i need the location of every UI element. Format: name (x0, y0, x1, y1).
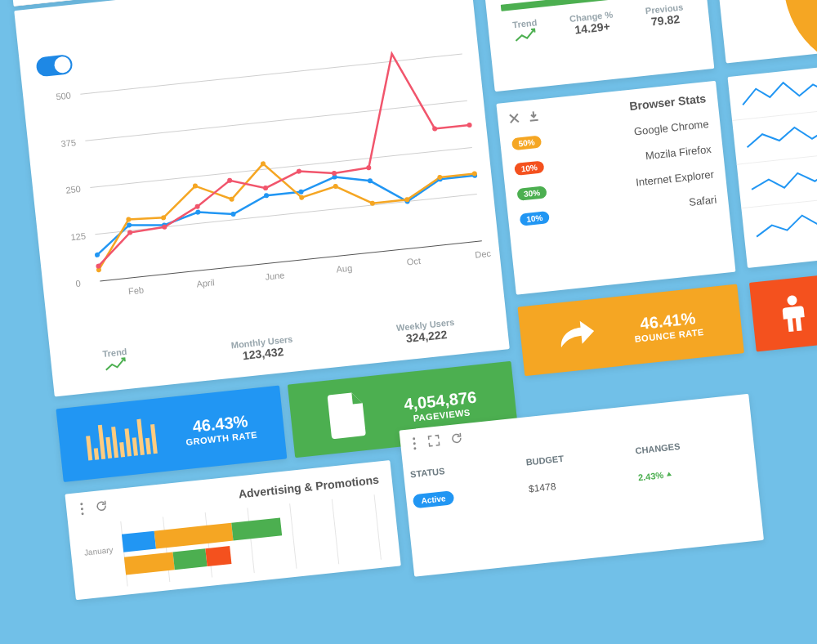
xtick: Oct (406, 256, 421, 267)
user-stats-chart: 500 375 250 125 0 Feb (56, 54, 482, 284)
more-vertical-icon (411, 436, 417, 450)
avatar[interactable] (18, 0, 54, 2)
close-icon (509, 113, 520, 123)
ytick: 500 (56, 90, 72, 101)
ytick: 250 (65, 184, 82, 195)
xtick: June (265, 270, 285, 281)
refresh-button[interactable] (450, 432, 463, 449)
svg-point-11 (195, 209, 201, 215)
close-button[interactable] (509, 111, 520, 127)
svg-point-40 (366, 165, 372, 171)
series-a-line (79, 47, 480, 266)
changes-value: 2.43% (637, 470, 663, 482)
caret-up-icon (666, 471, 673, 478)
trend-up-icon (513, 27, 539, 44)
xtick: Feb (127, 284, 144, 296)
trend-up-icon (103, 356, 129, 373)
card-menu-button[interactable] (79, 502, 86, 519)
sparkline-icon (745, 118, 817, 154)
expand-icon (427, 435, 440, 447)
svg-point-48 (787, 294, 797, 305)
browser-pct-badge: 10% (520, 211, 550, 226)
ytick: 375 (60, 137, 77, 149)
download-button[interactable] (528, 110, 539, 125)
file-icon (327, 391, 368, 440)
browser-pct-badge: 10% (514, 160, 544, 176)
redo-arrow-icon (557, 319, 598, 352)
svg-point-50 (81, 508, 83, 510)
ytick: 0 (75, 278, 81, 288)
adv-month-label: January (83, 545, 114, 557)
browser-name: Safari (689, 194, 717, 208)
browser-stats-title: Browser Stats (629, 92, 707, 113)
card-menu-button[interactable] (411, 436, 417, 453)
bounce-rate-tile[interactable]: 46.41% BOUNCE RATE (518, 284, 744, 376)
svg-line-7 (100, 241, 481, 281)
browser-pct-badge: 30% (516, 186, 547, 201)
advertising-card: Advertising & Promotions January (65, 460, 400, 600)
refresh-button[interactable] (95, 500, 108, 517)
svg-point-51 (81, 512, 83, 515)
user-statistics-card: User Statistics 500 375 250 125 0 (14, 0, 510, 396)
xtick: Aug (336, 263, 353, 275)
svg-line-4 (85, 101, 467, 141)
browser-pct-badge: 50% (511, 136, 542, 151)
person-tile[interactable] (749, 274, 817, 351)
browser-name: Google Chrome (633, 118, 709, 138)
svg-point-52 (413, 437, 415, 440)
expand-button[interactable] (427, 435, 440, 451)
sparklines-card (728, 65, 817, 268)
xtick: April (196, 277, 215, 288)
svg-point-53 (413, 442, 416, 445)
person-icon (781, 294, 806, 332)
svg-line-5 (90, 147, 471, 187)
series-b-line (90, 142, 480, 271)
xtick: Dec (475, 248, 492, 260)
status-badge: Active (413, 490, 455, 508)
mini-bar-chart-icon (85, 418, 160, 461)
sparkline-icon (750, 162, 817, 199)
browser-name: Mozila Firefox (645, 143, 712, 162)
growth-rate-tile[interactable]: 46.43% GROWTH RATE (56, 386, 287, 482)
browser-name: Internet Explorer (635, 168, 714, 189)
refresh-icon (450, 432, 462, 445)
visitors-card: Vis (707, 0, 817, 63)
sparkline-icon (754, 206, 817, 243)
svg-point-54 (413, 447, 416, 449)
user-stats-toggle[interactable] (35, 54, 73, 77)
ytick: 125 (70, 230, 87, 242)
csat-previous-value: 79.82 (646, 11, 685, 29)
sparkline-icon (740, 74, 817, 111)
svg-line-3 (80, 54, 462, 94)
series-c-line (92, 163, 479, 255)
browser-stats-card: Browser Stats 50% Google Chrome 10% Mozi… (496, 81, 735, 295)
user-stats-svg (80, 54, 481, 281)
svg-point-42 (467, 123, 472, 128)
more-vertical-icon (79, 502, 86, 516)
download-icon (529, 111, 539, 122)
customer-satisfaction-card: CUSTOMER SATISFACTION 93.13% Trend Chang… (478, 0, 714, 92)
refresh-icon (95, 500, 107, 512)
svg-point-49 (80, 503, 83, 505)
